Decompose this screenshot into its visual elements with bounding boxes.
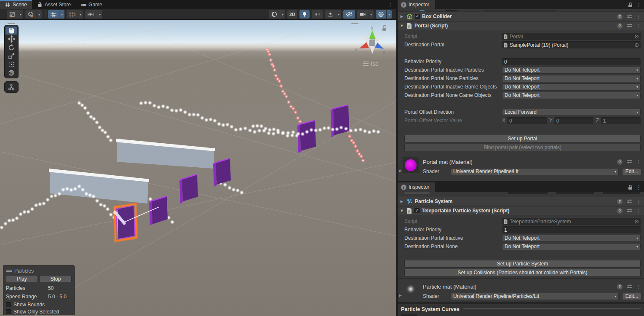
- shading-mode-dropdown[interactable]: ▾: [280, 10, 285, 19]
- audio-toggle-button[interactable]: [312, 10, 323, 19]
- scene-viewport[interactable]: y x z Iso: [0, 20, 396, 316]
- component-header-particle-system[interactable]: ▶ Particle System ? ⋮: [398, 197, 644, 206]
- rect-tool-button[interactable]: [5, 60, 17, 68]
- presets-icon[interactable]: [626, 14, 632, 19]
- teleport-mode-dropdown[interactable]: Do Not Teleport▾: [502, 67, 641, 74]
- component-enabled-checkbox[interactable]: ✓: [414, 208, 420, 213]
- tab-game[interactable]: Game: [76, 0, 107, 9]
- foldout-icon[interactable]: ▶: [399, 169, 402, 173]
- effects-dropdown[interactable]: ▾: [336, 10, 341, 19]
- foldout-icon[interactable]: ▼: [399, 209, 404, 213]
- teleport-mode-dropdown[interactable]: Do Not Teleport▾: [502, 235, 641, 242]
- behavior-priority-input[interactable]: 0: [502, 58, 641, 65]
- gizmos-dropdown[interactable]: ▾: [386, 10, 392, 19]
- transform-tool-button[interactable]: [5, 69, 17, 77]
- tab-inspector[interactable]: i Inspector: [398, 182, 435, 192]
- behavior-priority-input[interactable]: 1: [502, 226, 641, 233]
- component-header-box-collider[interactable]: ▶ ✓ Box Collider ? ⋮: [398, 12, 644, 21]
- presets-icon[interactable]: [626, 284, 632, 289]
- set-up-collisions-button[interactable]: Set up Collisions (Particles should not …: [404, 269, 641, 276]
- tool-settings-dropdown[interactable]: ▾: [18, 10, 23, 19]
- shader-dropdown[interactable]: Universal Render Pipeline/Particles/Lit▾: [451, 293, 619, 300]
- inspector-menu-icon[interactable]: ⋮: [636, 185, 641, 190]
- object-picker-icon[interactable]: ⊙: [634, 219, 640, 224]
- rotate-tool-button[interactable]: [5, 43, 17, 51]
- lighting-toggle-button[interactable]: [299, 10, 310, 19]
- scene-orientation-gizmo[interactable]: y x z: [355, 25, 385, 55]
- material-menu-icon[interactable]: ⋮: [636, 284, 641, 289]
- portal-quad[interactable]: [297, 121, 316, 153]
- inspector-menu-icon[interactable]: ⋮: [636, 2, 641, 8]
- 2d-toggle-button[interactable]: 2D: [287, 10, 297, 19]
- teleport-mode-dropdown[interactable]: Do Not Teleport▾: [502, 243, 641, 250]
- teleport-mode-dropdown[interactable]: Do Not Teleport▾: [502, 83, 641, 91]
- stop-button[interactable]: Stop: [40, 275, 72, 282]
- foldout-icon[interactable]: ▶: [399, 293, 402, 297]
- presets-icon[interactable]: [626, 23, 632, 28]
- material-preview-swatch[interactable]: [403, 157, 419, 173]
- pivot-orientation-button[interactable]: ▾: [25, 10, 42, 19]
- help-icon[interactable]: ?: [617, 23, 623, 29]
- shader-dropdown[interactable]: Universal Render Pipeline/Lit▾: [451, 168, 619, 175]
- vector-x-input[interactable]: 0: [507, 117, 547, 124]
- set-up-portal-button[interactable]: Set up Portal: [404, 135, 641, 142]
- portal-quad-selected[interactable]: [115, 204, 136, 241]
- show-only-selected-checkbox[interactable]: [6, 309, 11, 314]
- custom-tool-button[interactable]: [5, 83, 17, 91]
- help-icon[interactable]: ?: [617, 159, 623, 165]
- object-picker-icon[interactable]: ⊙: [634, 42, 640, 48]
- shader-edit-button[interactable]: Edit...: [622, 293, 641, 300]
- play-button[interactable]: Play: [6, 275, 38, 282]
- particles-panel-header[interactable]: Particles: [6, 268, 72, 274]
- portal-quad[interactable]: [179, 174, 198, 204]
- grid-snap-dropdown[interactable]: ▾: [59, 10, 64, 19]
- help-icon[interactable]: ?: [617, 14, 623, 19]
- particle-system-curves-header[interactable]: Particle System Curves: [398, 304, 644, 314]
- overlay-menu-handle[interactable]: [351, 22, 358, 26]
- hand-tool-button[interactable]: [5, 27, 17, 35]
- teleport-mode-dropdown[interactable]: Do Not Teleport▾: [502, 92, 641, 99]
- component-header-teleportable[interactable]: ▼ # ✓ Teleportable Particle System (Scri…: [398, 206, 644, 215]
- vector-z-input[interactable]: 1: [601, 117, 641, 124]
- teleport-mode-dropdown[interactable]: Do Not Teleport▾: [502, 75, 641, 82]
- grid-snap-button[interactable]: Y ▾: [48, 10, 64, 19]
- scene-camera-button[interactable]: ▾: [357, 10, 374, 19]
- component-header-portal-script[interactable]: ▼ # Portal (Script) ? ⋮: [398, 21, 644, 30]
- help-icon[interactable]: ?: [617, 199, 623, 204]
- portal-quad[interactable]: [213, 158, 231, 187]
- script-object-field[interactable]: # TeleportableParticleSystem ⊙: [502, 218, 641, 225]
- foldout-icon[interactable]: ▶: [399, 14, 404, 19]
- move-tool-button[interactable]: [5, 35, 17, 43]
- pivot-orientation-dropdown[interactable]: ▾: [36, 10, 42, 19]
- wall-back[interactable]: [116, 139, 215, 169]
- shading-mode-button[interactable]: ▾: [269, 10, 285, 19]
- component-menu-icon[interactable]: ⋮: [636, 14, 641, 19]
- help-icon[interactable]: ?: [617, 284, 623, 289]
- vector-y-input[interactable]: 0: [554, 117, 594, 124]
- snap-increment-dropdown[interactable]: ▾: [97, 10, 102, 19]
- snap-increment-button[interactable]: ▾: [85, 10, 102, 19]
- grid-magnet-button[interactable]: ▾: [67, 10, 83, 19]
- scene-visibility-button[interactable]: [343, 10, 355, 19]
- gizmos-button[interactable]: ▾: [376, 10, 392, 19]
- material-preview-swatch[interactable]: [403, 282, 419, 298]
- component-menu-icon[interactable]: ⋮: [636, 199, 641, 204]
- component-enabled-checkbox[interactable]: ✓: [415, 14, 420, 19]
- set-up-particle-system-button[interactable]: Set up Particle System: [404, 260, 641, 268]
- scale-tool-button[interactable]: [5, 52, 17, 60]
- portal-quad[interactable]: [149, 196, 168, 225]
- wall-front[interactable]: [49, 169, 149, 204]
- camera-dropdown[interactable]: ▾: [368, 10, 374, 19]
- shader-edit-button[interactable]: Edit...: [622, 168, 641, 175]
- presets-icon[interactable]: [626, 208, 632, 213]
- destination-portal-field[interactable]: # SamplePortal (19) (Portal) ⊙: [502, 41, 641, 48]
- grid-magnet-dropdown[interactable]: ▾: [77, 10, 83, 19]
- component-menu-icon[interactable]: ⋮: [636, 208, 641, 214]
- tab-inspector[interactable]: i Inspector: [398, 0, 435, 9]
- tool-settings-button[interactable]: ▾: [7, 10, 23, 19]
- script-object-field[interactable]: # Portal ⊙: [502, 33, 641, 40]
- tab-asset-store[interactable]: Asset Store: [32, 0, 76, 9]
- lock-icon[interactable]: [628, 185, 633, 190]
- offset-direction-dropdown[interactable]: Local Forward▾: [502, 109, 641, 116]
- show-bounds-checkbox[interactable]: [6, 302, 11, 307]
